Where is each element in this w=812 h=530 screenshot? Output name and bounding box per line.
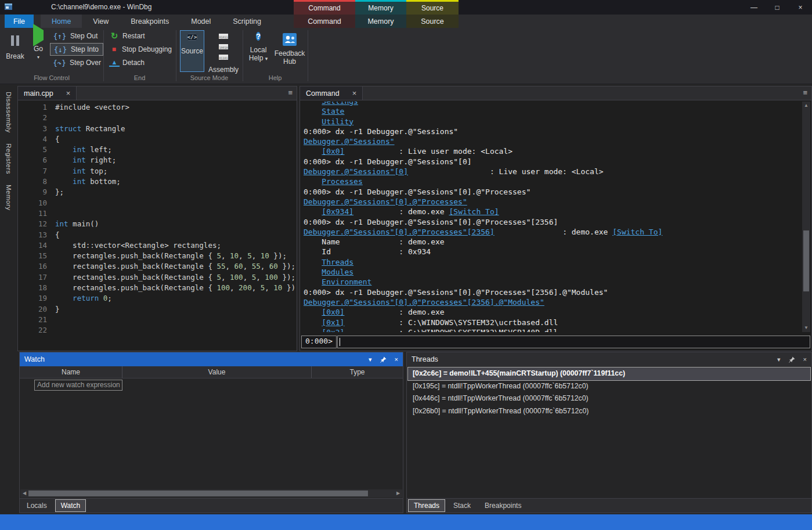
close-button[interactable]: × bbox=[789, 0, 812, 15]
scrollbar-thumb[interactable] bbox=[803, 230, 809, 291]
step-into-button[interactable]: {↓} Step Into bbox=[50, 43, 103, 56]
side-tab-registers[interactable]: Registers bbox=[5, 139, 12, 179]
command-line: Debugger.@"Sessions"[0] : Live user mode… bbox=[304, 167, 799, 176]
dml-link[interactable]: Settings bbox=[322, 102, 358, 106]
dml-link[interactable]: Debugger.@"Sessions"[0].@"Processes" bbox=[304, 197, 467, 206]
dml-link[interactable]: [0x0] bbox=[322, 147, 344, 156]
command-line: [0x934] : demo.exe [Switch To] bbox=[304, 207, 799, 217]
dml-link[interactable]: [0x1] bbox=[322, 318, 344, 327]
dml-link[interactable]: Processes bbox=[322, 177, 362, 186]
watch-column-value[interactable]: Value bbox=[122, 366, 312, 378]
pin-icon[interactable] bbox=[789, 356, 795, 363]
line-number: 15 bbox=[18, 251, 52, 261]
assembly-mode-button[interactable]: 010111001001101 Assembly bbox=[207, 30, 240, 74]
command-output[interactable]: Settings State Utility0:000> dx -r1 Debu… bbox=[304, 102, 799, 332]
group-separator bbox=[103, 30, 104, 81]
dml-link[interactable]: Environment bbox=[322, 277, 371, 286]
help-icon: ? bbox=[256, 32, 261, 41]
scroll-up-icon[interactable]: ▲ bbox=[802, 102, 810, 110]
tab-model[interactable]: Model bbox=[180, 15, 222, 28]
thread-row[interactable]: [0x2c6c] = demo!ILT+455(mainCRTStartup) … bbox=[408, 367, 810, 380]
panel-dropdown-icon[interactable]: ▾ bbox=[369, 356, 372, 363]
minimize-button[interactable]: — bbox=[742, 0, 766, 15]
scroll-right-icon[interactable]: ▶ bbox=[394, 489, 402, 497]
thread-row[interactable]: [0x446c] = ntdll!TppWorkerThread (00007f… bbox=[408, 392, 810, 405]
close-tab-icon[interactable]: × bbox=[352, 89, 357, 98]
add-watch-expression-cell[interactable]: Add new watch expression bbox=[34, 380, 122, 391]
dml-link[interactable]: [0x934] bbox=[322, 207, 353, 216]
code-editor[interactable]: 1#include <vector>23struct Rectangle4{5 … bbox=[18, 100, 297, 351]
local-help-button[interactable]: ? Local Help ▾ bbox=[246, 30, 271, 63]
dml-link[interactable]: [0x0] bbox=[322, 308, 344, 316]
stop-debugging-button[interactable]: ■ Stop Debugging bbox=[107, 43, 174, 56]
watch-column-type[interactable]: Type bbox=[312, 366, 403, 378]
step-over-button[interactable]: {↷} Step Over bbox=[50, 56, 103, 69]
tab-main-cpp[interactable]: main.cpp × bbox=[18, 86, 77, 100]
watch-hscrollbar[interactable]: ◀ ▶ bbox=[20, 489, 402, 497]
thread-row[interactable]: [0x195c] = ntdll!TppWorkerThread (00007f… bbox=[408, 380, 810, 393]
code-line: 2 bbox=[18, 113, 297, 123]
break-button[interactable]: Break bbox=[3, 30, 27, 60]
pin-icon[interactable] bbox=[380, 356, 387, 363]
dml-link[interactable]: Threads bbox=[322, 258, 353, 266]
side-tab-memory[interactable]: Memory bbox=[5, 180, 12, 215]
tab-watch[interactable]: Watch bbox=[56, 500, 86, 511]
panel-close-icon[interactable]: × bbox=[395, 356, 398, 363]
threads-titlebar[interactable]: Threads ▾ × bbox=[407, 352, 811, 366]
tab-source[interactable]: Source bbox=[406, 15, 459, 28]
side-tab-disassembly[interactable]: Disassembly bbox=[5, 87, 12, 138]
dml-link[interactable]: Debugger.@"Sessions"[0].@"Processes"[235… bbox=[304, 228, 495, 236]
dml-link[interactable]: Debugger.@"Sessions"[0].@"Processes"[235… bbox=[304, 298, 544, 307]
tab-view[interactable]: View bbox=[82, 15, 120, 28]
tab-file[interactable]: File bbox=[5, 15, 34, 28]
close-tab-icon[interactable]: × bbox=[66, 89, 71, 98]
panel-close-icon[interactable]: × bbox=[803, 356, 807, 363]
detach-button[interactable]: ▲ Detach bbox=[107, 56, 174, 69]
tab-threads[interactable]: Threads bbox=[409, 500, 445, 511]
thread-row[interactable]: [0x26b0] = ntdll!TppWorkerThread (00007f… bbox=[408, 405, 810, 418]
dml-link[interactable]: Modules bbox=[322, 268, 353, 276]
scroll-down-icon[interactable]: ▼ bbox=[802, 324, 810, 332]
dml-link[interactable]: Debugger.@"Sessions" bbox=[304, 137, 395, 146]
tab-scripting[interactable]: Scripting bbox=[222, 15, 272, 28]
dml-link[interactable]: [Switch To] bbox=[449, 207, 499, 216]
restart-button[interactable]: ↻ Restart bbox=[107, 30, 174, 42]
tab-command[interactable]: Command × bbox=[300, 86, 363, 100]
command-scrollbar[interactable]: ▲ ▼ bbox=[802, 102, 810, 332]
maximize-button[interactable]: □ bbox=[766, 0, 789, 15]
command-text: : C:\WINDOWS\SYSTEM32\ucrtbased.dll bbox=[344, 318, 558, 327]
pane-options-icon[interactable]: ≡ bbox=[288, 88, 293, 97]
dml-link[interactable]: [0x2] bbox=[322, 328, 344, 332]
watch-titlebar[interactable]: Watch ▾ × bbox=[20, 352, 403, 366]
tab-home[interactable]: Home bbox=[41, 15, 82, 28]
tab-breakpoints[interactable]: Breakpoints bbox=[120, 15, 180, 28]
go-button[interactable]: Go ▾ bbox=[28, 30, 49, 60]
scroll-left-icon[interactable]: ◀ bbox=[20, 489, 28, 497]
go-dropdown-icon[interactable]: ▾ bbox=[28, 55, 49, 60]
dml-link[interactable]: State bbox=[322, 107, 344, 116]
tab-command[interactable]: Command bbox=[294, 15, 355, 28]
dml-link[interactable]: [Switch To] bbox=[612, 228, 662, 236]
code-text: #include <vector> bbox=[52, 102, 129, 113]
code-text: struct Rectangle bbox=[52, 124, 125, 134]
source-mode-button[interactable]: </> Source bbox=[180, 30, 204, 72]
line-number: 10 bbox=[18, 198, 52, 208]
panel-dropdown-icon[interactable]: ▾ bbox=[777, 356, 781, 363]
feedback-hub-button[interactable]: Feedback Hub bbox=[273, 30, 306, 66]
command-line: [0x0] : Live user mode: <Local> bbox=[304, 146, 799, 156]
tab-memory[interactable]: Memory bbox=[355, 15, 406, 28]
tab-locals[interactable]: Locals bbox=[21, 500, 52, 511]
command-line: Debugger.@"Sessions"[0].@"Processes"[235… bbox=[304, 227, 799, 237]
watch-column-name[interactable]: Name bbox=[20, 366, 122, 378]
help-dropdown-icon: ▾ bbox=[265, 56, 268, 62]
step-into-icon: {↓} bbox=[53, 45, 68, 54]
pane-options-icon[interactable]: ≡ bbox=[803, 88, 807, 97]
command-input[interactable] bbox=[337, 336, 810, 348]
step-out-button[interactable]: {↑} Step Out bbox=[50, 30, 103, 42]
dml-link[interactable]: Debugger.@"Sessions"[0] bbox=[304, 167, 408, 176]
command-line: Processes bbox=[304, 176, 799, 186]
tab-stack[interactable]: Stack bbox=[448, 500, 476, 511]
dml-link[interactable]: Utility bbox=[322, 117, 353, 126]
tab-breakpoints[interactable]: Breakpoints bbox=[479, 500, 526, 511]
scrollbar-thumb[interactable] bbox=[28, 491, 368, 496]
